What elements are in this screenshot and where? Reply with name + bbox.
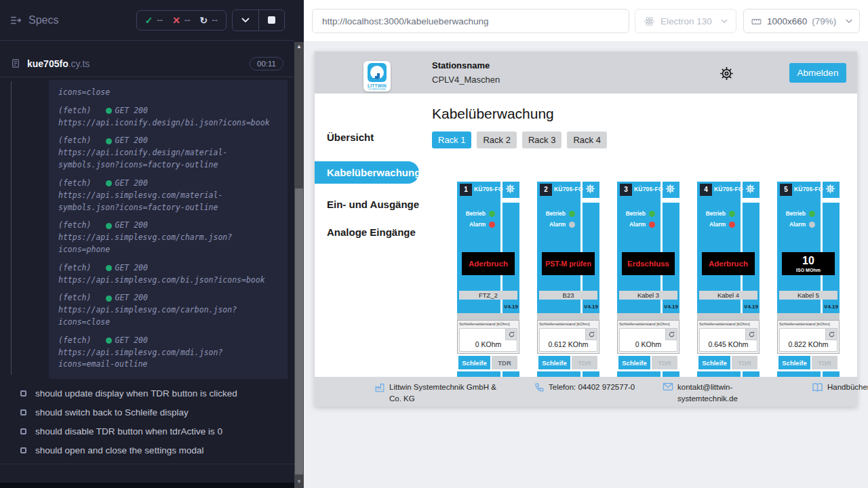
device-settings-icon[interactable] <box>825 184 835 194</box>
status-ok-dot <box>106 108 112 114</box>
nav-item-übersicht[interactable]: Übersicht <box>315 131 427 143</box>
alarm-indicator: Alarm <box>780 221 815 228</box>
device-settings-icon[interactable] <box>585 184 595 194</box>
device-cable-label: Kabel 3 <box>619 291 677 300</box>
logo-subtext: SYSTEMTECHNIK <box>363 88 391 91</box>
test-item[interactable]: should switch back to Schleife display <box>0 403 294 422</box>
rack-tab-4[interactable]: Rack 4 <box>567 131 606 148</box>
tdr-button[interactable]: TDR <box>572 356 597 369</box>
footer-manuals[interactable]: Handbücher <box>812 382 868 407</box>
rack-tabs: Rack 1Rack 2Rack 3Rack 4 <box>432 131 607 148</box>
tdr-button[interactable]: TDR <box>652 356 677 369</box>
test-item[interactable]: should update display when TDR button is… <box>0 384 294 403</box>
scroll-up-icon[interactable]: ▲ <box>294 43 304 49</box>
betrieb-led <box>489 211 495 217</box>
viewport-selector[interactable]: 1000x660 (79%) <box>743 9 860 33</box>
rack-tab-1[interactable]: Rack 1 <box>432 131 471 148</box>
nav-item-ein-und-ausgänge[interactable]: Ein- und Ausgänge <box>315 199 427 210</box>
device-bottom-strip <box>777 371 821 377</box>
log-entry[interactable]: (fetch)GET 200https://api.simplesvg.com/… <box>58 220 278 256</box>
device-card: 3 KÜ705-FO Betrieb Alarm Erdschluss Kabe… <box>617 182 679 377</box>
status-ok-dot <box>106 265 112 271</box>
log-entry[interactable]: (fetch)GET 200https://api.simplesvg.com/… <box>58 292 278 328</box>
tdr-button[interactable]: TDR <box>732 356 757 369</box>
nav-item-kabelüberwachung[interactable]: Kabelüberwachung <box>315 161 419 184</box>
pending-test-icon <box>20 447 26 453</box>
alarm-led <box>489 222 495 228</box>
status-ok-dot <box>106 223 112 229</box>
log-entry[interactable]: (fetch)GET 200https://api.simplesvg.com/… <box>58 335 278 371</box>
url-input[interactable]: http://localhost:3000/kabelueberwachung <box>312 9 629 33</box>
device-firmware-version: V4.19 <box>664 304 678 310</box>
device-cable-label: Kabel 5 <box>779 291 837 300</box>
betrieb-indicator: Betrieb <box>460 210 495 217</box>
test-item[interactable]: should open and close the settings modal <box>0 441 294 460</box>
spec-name: kue705fo <box>27 58 68 69</box>
command-log: icons=close(fetch)GET 200https://api.ico… <box>49 80 288 379</box>
schleife-button[interactable]: Schleife <box>698 356 730 369</box>
scrollbar-thumb[interactable] <box>295 188 303 474</box>
tdr-button[interactable]: TDR <box>492 356 517 369</box>
logout-button[interactable]: Abmelden <box>789 63 846 83</box>
schleife-button[interactable]: Schleife <box>778 356 810 369</box>
device-status-display: PST-M prüfen <box>542 252 595 275</box>
alarm-led <box>729 222 735 228</box>
device-bottom-strip <box>617 371 660 377</box>
specs-menu-icon[interactable] <box>9 14 22 26</box>
app-under-test: LITTWIN SYSTEMTECHNIK Stationsname CPLV4… <box>315 52 857 407</box>
device-model: KÜ705-FO <box>554 186 583 192</box>
test-stats: ✓-- ✕-- ↻-- <box>136 10 226 30</box>
book-icon <box>812 382 823 392</box>
device-separator <box>697 313 760 320</box>
settings-gear-icon[interactable] <box>719 66 734 81</box>
device-status-display: Aderbruch <box>462 252 515 275</box>
device-settings-icon[interactable] <box>505 184 515 194</box>
schleife-button[interactable]: Schleife <box>458 356 490 369</box>
footer-email[interactable]: kontakt@littwin-systemtechnik.de <box>663 382 757 407</box>
device-settings-icon[interactable] <box>745 184 755 194</box>
collapse-button[interactable] <box>233 10 258 30</box>
log-entry[interactable]: (fetch)GET 200https://api.simplesvg.com/… <box>58 178 278 214</box>
resistance-value: 0.645 KOhm <box>700 340 757 348</box>
nav-item-analoge-eingänge[interactable]: Analoge Eingänge <box>315 226 427 238</box>
refresh-icon[interactable] <box>585 329 597 340</box>
betrieb-indicator: Betrieb <box>700 210 735 217</box>
pending-test-icon <box>20 428 26 434</box>
tdr-button[interactable]: TDR <box>812 356 837 369</box>
refresh-icon[interactable] <box>745 329 757 340</box>
resistance-display: 0.612 KOhm <box>539 328 597 352</box>
resistance-label: Schleifenwiderstand [kOhm] <box>698 321 759 326</box>
scroll-down-icon[interactable]: ▼ <box>294 479 304 485</box>
chevron-down-icon <box>846 19 852 24</box>
divider <box>0 464 294 464</box>
schleife-button[interactable]: Schleife <box>618 356 650 369</box>
log-entry[interactable]: (fetch)GET 200https://api.iconify.design… <box>58 105 278 129</box>
device-cable-label: B23 <box>539 291 597 300</box>
footer-phone: Telefon: 04402 972577-0 <box>534 382 638 407</box>
resistance-panel: Schleifenwiderstand [kOhm] 0.645 KOhm <box>697 320 760 354</box>
phone-icon <box>534 382 545 392</box>
refresh-icon[interactable] <box>505 329 517 340</box>
specs-header: Specs ✓-- ✕-- ↻-- <box>0 0 294 41</box>
resistance-label: Schleifenwiderstand [kOhm] <box>458 321 519 326</box>
rack-tab-2[interactable]: Rack 2 <box>477 131 516 148</box>
refresh-icon[interactable] <box>665 329 677 340</box>
device-separator <box>777 313 840 320</box>
refresh-icon[interactable] <box>825 329 837 340</box>
runner-bottom-strip <box>0 483 304 488</box>
device-cable-label: FTZ_2 <box>459 291 517 300</box>
rack-tab-3[interactable]: Rack 3 <box>522 131 561 148</box>
device-separator <box>617 313 679 320</box>
test-item[interactable]: should disable TDR button when tdrActive… <box>0 422 294 441</box>
log-entry[interactable]: (fetch)GET 200https://api.iconify.design… <box>58 135 278 171</box>
log-entry[interactable]: icons=close <box>58 87 278 99</box>
browser-selector[interactable]: Electron 130 <box>635 9 736 33</box>
email-icon <box>663 382 673 391</box>
device-settings-icon[interactable] <box>665 184 675 194</box>
log-entry[interactable]: (fetch)GET 200https://api.simplesvg.com/… <box>58 262 278 287</box>
schleife-button[interactable]: Schleife <box>538 356 570 369</box>
spec-row[interactable]: kue705fo.cy.ts 00:11 <box>0 50 294 77</box>
stop-button[interactable] <box>258 10 284 30</box>
spec-file-icon <box>11 58 20 68</box>
alarm-indicator: Alarm <box>460 221 495 228</box>
